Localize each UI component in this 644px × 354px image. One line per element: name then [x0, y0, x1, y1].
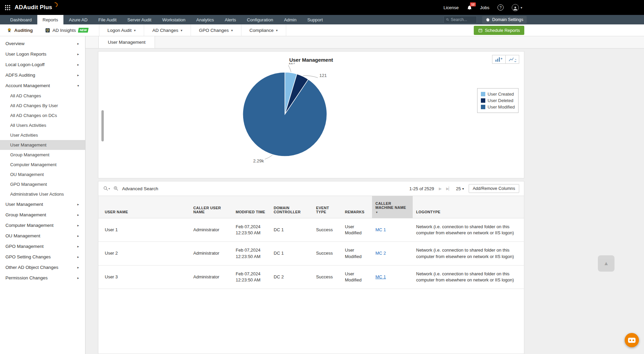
nav-tab[interactable]: Dashboard [5, 15, 37, 24]
domain-settings-button[interactable]: Domain Settings [482, 16, 527, 24]
search-input[interactable] [451, 17, 474, 22]
sidebar-item-label: Local Logon-Logoff [5, 62, 77, 67]
nav-tab[interactable]: Alerts [219, 15, 241, 24]
nav-tab[interactable]: Reports [37, 15, 64, 24]
app-logo[interactable]: ADAudit Plus [15, 4, 58, 11]
add-remove-columns-button[interactable]: Add/Remove Columns [469, 184, 519, 193]
logo-swoosh-icon [52, 2, 59, 8]
sidebar-item[interactable]: Other AD Object Changes ▸ [0, 262, 85, 273]
license-link[interactable]: License [444, 5, 459, 10]
sidebar-item[interactable]: GPO Management [0, 179, 85, 189]
pagination-info: 1-25 of 2529 [409, 186, 434, 191]
column-header[interactable]: USER NAME ▼ [98, 196, 190, 218]
sidebar-item-caret-icon: ▸ [77, 202, 79, 206]
sidebar-item[interactable]: Computer Management ▸ [0, 220, 85, 231]
sidebar-item[interactable]: Account Management ▾ [0, 80, 85, 91]
last-page-button[interactable]: ▶▏ [446, 186, 451, 191]
subnav-menu[interactable]: Logon Audit ▾ [99, 24, 144, 36]
global-search[interactable] [444, 16, 477, 23]
advanced-search-icon[interactable] [113, 186, 119, 191]
sidebar-item[interactable]: Group Management [0, 150, 85, 160]
chart-type-bar-button[interactable] [492, 55, 506, 64]
chat-assistant-button[interactable] [625, 333, 639, 347]
table-row[interactable]: User 3 Administrator Feb 07,2024 12:23:5… [98, 265, 524, 289]
caller-machine-link[interactable]: MC 2 [375, 251, 386, 256]
nav-tab[interactable]: Configuration [241, 15, 278, 24]
sidebar-item[interactable]: User Management ▸ [0, 199, 85, 210]
subnav-menu[interactable]: Compliance ▾ [241, 24, 286, 36]
nav-tab[interactable]: Server Audit [122, 15, 157, 24]
jobs-link[interactable]: Jobs [480, 5, 489, 10]
column-header[interactable]: CALLER MACHINE NAME ▼ [372, 196, 413, 218]
table-row[interactable]: User 1 Administrator Feb 07,2024 12:23:5… [98, 218, 524, 242]
column-header[interactable]: EVENT TYPE ▼ [313, 196, 341, 218]
column-header-label: CALLER MACHINE NAME [375, 201, 406, 210]
search-options-icon[interactable]: ▾ [103, 186, 110, 191]
sidebar-item-label: GPO Management [10, 182, 79, 187]
cell-user-name: User 1 [98, 218, 190, 242]
nav-tab[interactable]: Support [302, 15, 328, 24]
cell-domain-controller: DC 1 [270, 242, 313, 265]
bar-chart-add-icon [495, 57, 503, 62]
nav-tab[interactable]: Azure AD [63, 15, 93, 24]
nav-tab[interactable]: Admin [278, 15, 302, 24]
sidebar-item[interactable]: Local Logon-Logoff ▸ [0, 59, 85, 70]
subnav-auditing[interactable]: Auditing [5, 24, 39, 36]
report-table-panel: ▾ Advanced Search 1-25 of 2529 ▶ ▶▏ 25 ▾ [98, 181, 524, 354]
sidebar-item-label: Overview [5, 41, 77, 46]
caller-machine-link[interactable]: MC 1 [375, 274, 386, 279]
sidebar-item[interactable]: GPO Setting Changes ▸ [0, 252, 85, 262]
sidebar-scrollbar[interactable] [101, 110, 104, 141]
tab-user-management[interactable]: User Management [98, 36, 155, 48]
scroll-to-top-button[interactable]: ▲ [598, 255, 614, 272]
column-header[interactable]: DOMAIN CONTROLLER ▼ [270, 196, 313, 218]
advanced-search-link[interactable]: Advanced Search [122, 186, 158, 191]
caller-machine-link[interactable]: MC 1 [375, 227, 386, 232]
sidebar-item[interactable]: OU Management [0, 170, 85, 179]
sidebar-item[interactable]: All Users Activities [0, 120, 85, 130]
legend-swatch [481, 105, 485, 109]
column-header[interactable]: MODIFIED TIME ▼ [232, 196, 270, 218]
reports-sidebar: Overview ▸ User Logon Reports ▸ Local Lo… [0, 36, 85, 354]
page-size-select[interactable]: 25 ▾ [456, 186, 464, 191]
schedule-reports-button[interactable]: Schedule Reports [474, 26, 524, 35]
sidebar-item[interactable]: All AD Changes By User [0, 101, 85, 111]
sidebar-item[interactable]: User Management [0, 140, 85, 150]
sidebar-item[interactable]: Computer Management [0, 160, 85, 170]
sidebar-item[interactable]: Permission Changes ▸ [0, 273, 85, 283]
sidebar-item-caret-icon: ▸ [77, 73, 79, 77]
column-header-label: USER NAME [105, 210, 128, 214]
pie-label-leader [265, 155, 272, 159]
cell-remarks: User Modified [341, 265, 372, 289]
subnav-menu[interactable]: AD Changes ▾ [144, 24, 191, 36]
app-grid-icon[interactable] [5, 5, 11, 11]
help-icon[interactable]: ? [497, 4, 504, 11]
sidebar-item[interactable]: Overview ▸ [0, 38, 85, 49]
sidebar-item[interactable]: User Activities [0, 130, 85, 140]
chart-type-line-button[interactable] [506, 55, 519, 64]
sidebar-item[interactable]: OU Management ▸ [0, 231, 85, 241]
sidebar-item[interactable]: All AD Changes on DCs [0, 111, 85, 120]
sidebar-item[interactable]: ADFS Auditing ▸ [0, 70, 85, 80]
report-tabstrip: User Management [85, 36, 644, 48]
cell-logontype: Network (i.e. connection to shared folde… [413, 265, 524, 289]
nav-tab[interactable]: Analytics [191, 15, 219, 24]
nav-tab-label: Alerts [225, 17, 236, 22]
user-menu[interactable]: ▾ [512, 4, 522, 11]
sidebar-item[interactable]: User Logon Reports ▸ [0, 49, 85, 59]
next-page-button[interactable]: ▶ [439, 186, 441, 191]
sidebar-item[interactable]: Administrative User Actions [0, 189, 85, 199]
table-row[interactable]: User 2 Administrator Feb 07,2024 12:23:5… [98, 242, 524, 265]
column-header[interactable]: LOGONTYPE ▼ [413, 196, 524, 218]
sidebar-item[interactable]: All AD Changes [0, 91, 85, 101]
subnav-ad-insights[interactable]: AD Insights NEW [39, 24, 94, 36]
nav-tab[interactable]: Workstation [157, 15, 191, 24]
nav-tab[interactable]: File Audit [93, 15, 122, 24]
sidebar-item[interactable]: Group Management ▸ [0, 210, 85, 220]
pie-slice[interactable] [243, 72, 327, 156]
notifications-button[interactable]: 12 [467, 5, 472, 10]
column-header[interactable]: CALLER USER NAME ▼ [190, 196, 232, 218]
subnav-menu[interactable]: GPO Changes ▾ [191, 24, 241, 36]
sidebar-item[interactable]: GPO Management ▸ [0, 241, 85, 252]
column-header[interactable]: REMARKS ▼ [341, 196, 372, 218]
